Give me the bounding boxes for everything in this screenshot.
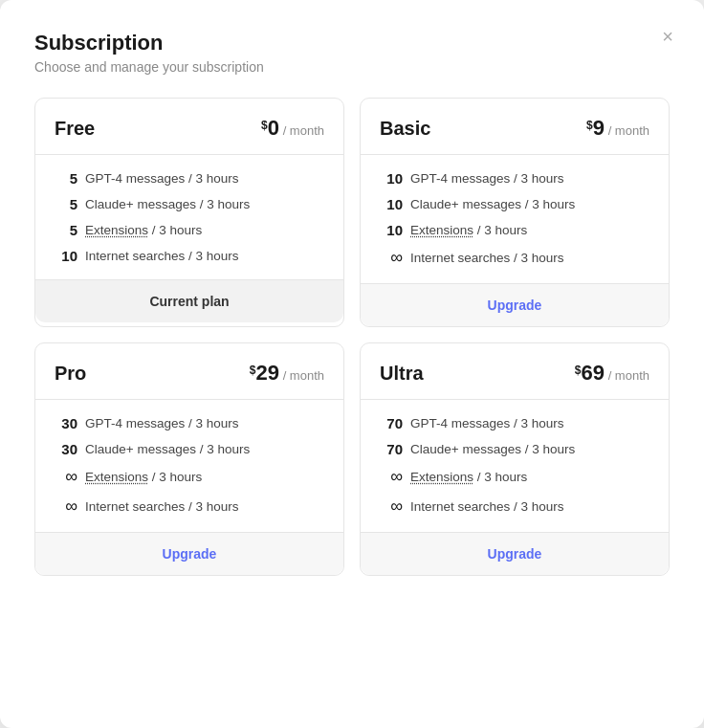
plan-price-free: $0 / month: [261, 116, 324, 141]
feature-label-basic-2: Extensions / 3 hours: [410, 223, 527, 237]
feature-label-basic-0: GPT-4 messages / 3 hours: [410, 171, 564, 186]
feature-row-basic-3: ∞Internet searches / 3 hours: [380, 248, 649, 268]
modal-subtitle: Choose and manage your subscription: [34, 59, 670, 75]
feature-label-basic-1: Claude+ messages / 3 hours: [410, 197, 575, 211]
upgrade-button-ultra[interactable]: Upgrade: [361, 533, 669, 575]
underline-text: Extensions: [410, 223, 473, 237]
plan-action-ultra: Upgrade: [361, 532, 669, 575]
feature-count-basic-2: 10: [380, 222, 403, 238]
plan-price-pro: $29 / month: [250, 361, 324, 386]
feature-count-free-3: 10: [55, 248, 77, 264]
feature-count-basic-1: 10: [380, 196, 403, 212]
currency-free: $: [261, 119, 268, 132]
plan-name-pro: Pro: [55, 363, 86, 385]
plan-card-ultra: Ultra$69 / month70GPT-4 messages / 3 hou…: [360, 342, 670, 576]
feature-count-ultra-3: ∞: [380, 496, 403, 517]
plan-name-free: Free: [55, 118, 95, 140]
feature-count-basic-3: ∞: [380, 248, 403, 268]
feature-label-pro-0: GPT-4 messages / 3 hours: [85, 416, 239, 430]
feature-count-pro-2: ∞: [55, 467, 77, 487]
plans-grid: Free$0 / month5GPT-4 messages / 3 hours5…: [34, 98, 670, 576]
plan-card-basic: Basic$9 / month10GPT-4 messages / 3 hour…: [360, 98, 670, 327]
feature-row-ultra-2: ∞Extensions / 3 hours: [380, 467, 649, 487]
feature-count-free-0: 5: [55, 170, 77, 187]
feature-label-free-0: GPT-4 messages / 3 hours: [85, 171, 239, 186]
amount-basic: 9: [593, 116, 605, 140]
feature-count-free-2: 5: [55, 222, 77, 238]
subscription-modal: × Subscription Choose and manage your su…: [0, 0, 704, 728]
feature-count-pro-0: 30: [55, 415, 77, 431]
feature-row-ultra-3: ∞Internet searches / 3 hours: [380, 496, 649, 517]
feature-label-basic-3: Internet searches / 3 hours: [410, 251, 564, 265]
feature-row-pro-1: 30Claude+ messages / 3 hours: [55, 441, 324, 457]
feature-count-ultra-2: ∞: [380, 467, 403, 487]
feature-label-ultra-0: GPT-4 messages / 3 hours: [410, 416, 564, 430]
feature-count-ultra-0: 70: [380, 415, 403, 431]
plan-action-free: Current plan: [35, 279, 343, 322]
modal-title: Subscription: [34, 31, 670, 55]
plan-features-ultra: 70GPT-4 messages / 3 hours70Claude+ mess…: [361, 400, 669, 532]
amount-ultra: 69: [582, 361, 605, 385]
feature-row-basic-2: 10Extensions / 3 hours: [380, 222, 649, 238]
feature-label-free-3: Internet searches / 3 hours: [85, 249, 239, 263]
plan-header-basic: Basic$9 / month: [361, 99, 669, 155]
plan-name-ultra: Ultra: [380, 363, 424, 385]
feature-count-pro-3: ∞: [55, 496, 77, 517]
feature-row-free-2: 5Extensions / 3 hours: [55, 222, 324, 238]
feature-row-pro-0: 30GPT-4 messages / 3 hours: [55, 415, 324, 431]
feature-row-ultra-1: 70Claude+ messages / 3 hours: [380, 441, 649, 457]
feature-label-free-2: Extensions / 3 hours: [85, 223, 202, 237]
feature-label-ultra-2: Extensions / 3 hours: [410, 470, 527, 484]
feature-row-basic-1: 10Claude+ messages / 3 hours: [380, 196, 649, 212]
currency-basic: $: [586, 119, 593, 132]
plan-price-ultra: $69 / month: [575, 361, 649, 386]
upgrade-button-basic[interactable]: Upgrade: [361, 284, 669, 326]
plan-header-pro: Pro$29 / month: [35, 343, 343, 400]
feature-label-pro-3: Internet searches / 3 hours: [85, 499, 239, 514]
feature-count-free-1: 5: [55, 196, 77, 212]
current-button-free: Current plan: [35, 280, 343, 322]
plan-features-pro: 30GPT-4 messages / 3 hours30Claude+ mess…: [35, 400, 343, 532]
feature-label-pro-1: Claude+ messages / 3 hours: [85, 442, 250, 456]
plan-price-basic: $9 / month: [586, 116, 649, 141]
feature-row-free-3: 10Internet searches / 3 hours: [55, 248, 324, 264]
plan-features-basic: 10GPT-4 messages / 3 hours10Claude+ mess…: [361, 155, 669, 283]
period-basic: / month: [605, 123, 649, 138]
currency-pro: $: [250, 364, 256, 377]
plan-header-ultra: Ultra$69 / month: [361, 343, 669, 400]
feature-row-free-0: 5GPT-4 messages / 3 hours: [55, 170, 324, 187]
feature-row-pro-2: ∞Extensions / 3 hours: [55, 467, 324, 487]
feature-label-ultra-3: Internet searches / 3 hours: [410, 499, 564, 514]
upgrade-button-pro[interactable]: Upgrade: [35, 533, 343, 575]
feature-row-free-1: 5Claude+ messages / 3 hours: [55, 196, 324, 212]
plan-card-pro: Pro$29 / month30GPT-4 messages / 3 hours…: [34, 342, 344, 576]
feature-count-pro-1: 30: [55, 441, 77, 457]
close-button[interactable]: ×: [658, 23, 677, 50]
feature-count-basic-0: 10: [380, 170, 403, 187]
period-pro: / month: [279, 368, 324, 383]
feature-label-pro-2: Extensions / 3 hours: [85, 470, 202, 484]
underline-text: Extensions: [85, 223, 148, 237]
currency-ultra: $: [575, 364, 582, 377]
period-ultra: / month: [605, 368, 649, 383]
amount-free: 0: [268, 116, 279, 140]
feature-row-pro-3: ∞Internet searches / 3 hours: [55, 496, 324, 517]
feature-label-free-1: Claude+ messages / 3 hours: [85, 197, 250, 211]
feature-row-ultra-0: 70GPT-4 messages / 3 hours: [380, 415, 649, 431]
plan-action-basic: Upgrade: [361, 283, 669, 326]
amount-pro: 29: [256, 361, 279, 385]
feature-label-ultra-1: Claude+ messages / 3 hours: [410, 442, 575, 456]
feature-count-ultra-1: 70: [380, 441, 403, 457]
plan-header-free: Free$0 / month: [35, 99, 343, 155]
plan-action-pro: Upgrade: [35, 532, 343, 575]
period-free: / month: [279, 123, 324, 138]
underline-text: Extensions: [410, 470, 473, 484]
plan-features-free: 5GPT-4 messages / 3 hours5Claude+ messag…: [35, 155, 343, 279]
modal-header: Subscription Choose and manage your subs…: [34, 31, 670, 75]
plan-name-basic: Basic: [380, 118, 430, 140]
plan-card-free: Free$0 / month5GPT-4 messages / 3 hours5…: [34, 98, 344, 327]
underline-text: Extensions: [85, 470, 148, 484]
feature-row-basic-0: 10GPT-4 messages / 3 hours: [380, 170, 649, 187]
